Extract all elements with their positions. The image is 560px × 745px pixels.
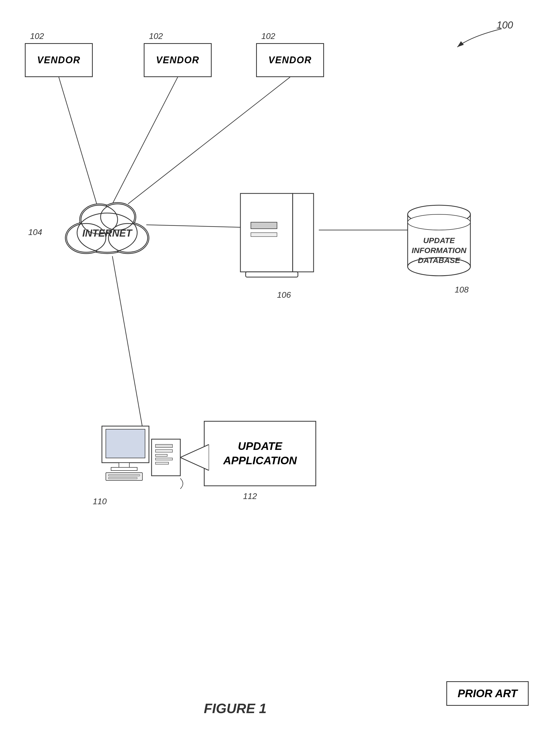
update-app-box: UPDATEAPPLICATION — [204, 421, 316, 486]
prior-art-box: PRIOR ART — [446, 681, 529, 706]
svg-text:INTERNET: INTERNET — [82, 228, 133, 239]
server-unit — [235, 188, 324, 288]
update-app-ref: 112 — [243, 491, 257, 501]
svg-point-33 — [408, 214, 470, 230]
svg-rect-26 — [293, 193, 314, 272]
server-ref: 106 — [277, 290, 291, 300]
svg-rect-42 — [156, 444, 172, 448]
connections-svg — [0, 0, 560, 745]
database-ref: 108 — [455, 285, 468, 295]
svg-rect-43 — [156, 450, 172, 452]
vendor-box-2: VENDOR — [144, 43, 212, 77]
vendor3-label: VENDOR — [268, 55, 312, 66]
svg-text:UPDATE: UPDATE — [423, 236, 455, 245]
app-to-computer-arrow — [180, 444, 209, 471]
internet-ref: 104 — [28, 227, 42, 237]
svg-rect-45 — [156, 458, 172, 460]
computer-ref: 110 — [93, 497, 107, 506]
vendor2-label: VENDOR — [156, 55, 199, 66]
svg-rect-27 — [251, 222, 277, 229]
vendor1-label: VENDOR — [37, 55, 80, 66]
update-app-label: UPDATEAPPLICATION — [223, 439, 297, 468]
svg-text:DATABASE: DATABASE — [418, 256, 460, 264]
svg-rect-44 — [156, 454, 167, 456]
svg-marker-50 — [180, 444, 209, 471]
vendor-box-1: VENDOR — [25, 43, 93, 77]
svg-rect-49 — [108, 477, 137, 479]
svg-rect-38 — [106, 429, 145, 458]
svg-rect-40 — [111, 467, 137, 471]
vendor2-ref: 102 — [149, 31, 163, 41]
figure-title: FIGURE 1 — [170, 701, 300, 716]
vendor1-ref: 102 — [30, 31, 44, 41]
diagram-ref: 100 — [496, 20, 513, 31]
svg-rect-46 — [156, 462, 169, 464]
diagram-container: VENDOR VENDOR VENDOR 102 102 102 100 — [0, 0, 560, 745]
svg-text:INFORMATION: INFORMATION — [411, 246, 467, 255]
prior-art-label: PRIOR ART — [458, 687, 518, 700]
svg-line-7 — [112, 256, 146, 450]
svg-rect-47 — [106, 473, 142, 481]
vendor3-ref: 102 — [261, 31, 275, 41]
internet-cloud: INTERNET — [42, 183, 172, 267]
database-cylinder: UPDATE INFORMATION DATABASE — [402, 199, 475, 282]
computer-unit — [97, 423, 186, 491]
vendor-box-3: VENDOR — [256, 43, 324, 77]
svg-rect-29 — [245, 272, 298, 277]
svg-rect-48 — [108, 475, 140, 476]
svg-rect-28 — [251, 233, 277, 236]
